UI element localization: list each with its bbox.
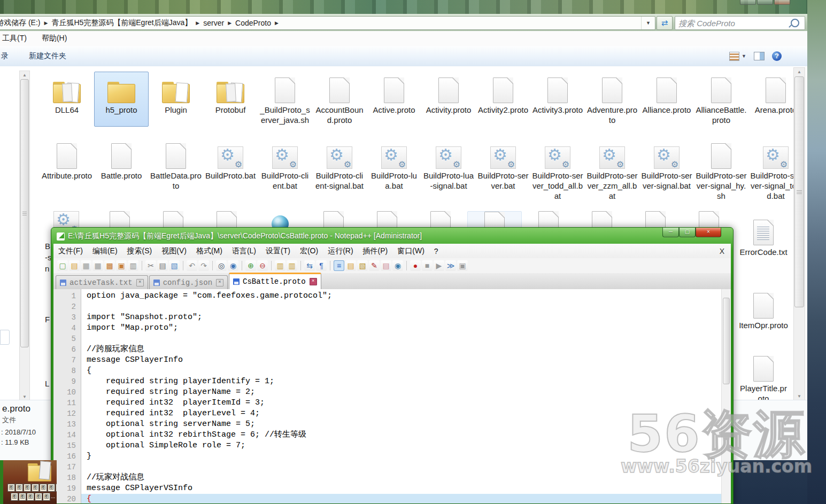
file-item[interactable]: _BuildProto_server_java.sh [258,72,312,127]
preview-pane-button[interactable] [754,52,765,60]
view-options-button[interactable]: ▼ [729,52,746,61]
help-button[interactable]: ? [772,51,782,61]
word-wrap-icon[interactable]: ⇆ [304,260,315,271]
macro-run-multi-icon[interactable]: ≫ [445,260,456,271]
file-item[interactable]: PlayerTitle.proto [736,350,791,405]
file-item[interactable]: BuildProto-lua-signal.bat [421,137,476,203]
file-item[interactable]: Adventure.proto [585,72,639,127]
file-item[interactable]: BuildProto-client-signal.bat [312,137,367,203]
menu-item[interactable]: 帮助(H) [36,34,72,43]
replace-icon[interactable]: ◉ [228,260,238,271]
tab-CsBattle.proto[interactable]: CsBattle.proto× [229,273,321,289]
desktop-folder-shortcut[interactable]: 图图图图图图图 图图图图图... [0,460,57,504]
navigation-scrollbar[interactable]: ▲ ▼ [19,71,30,401]
file-item[interactable]: BuildProto-server_todd_all.bat [530,137,585,203]
macro-icon[interactable]: ✎ [369,260,380,271]
macro-stop-icon[interactable]: ■ [422,260,433,271]
menu-item[interactable]: 格式(M) [191,246,227,256]
file-item[interactable]: ItemOpr.proto [736,287,791,332]
file-item[interactable]: BuildProto-lua.bat [367,137,421,203]
print-icon[interactable]: ▥ [128,260,138,271]
file-item[interactable]: BuildProto-server-signal.bat [639,137,694,203]
file-item[interactable]: AllianceBattle.proto [694,72,748,127]
doc-monitor-icon[interactable]: ◉ [392,260,403,271]
file-item[interactable]: Attribute.proto [40,137,94,203]
paste-icon[interactable]: ▧ [169,260,180,271]
notepad-close-button[interactable]: × [696,228,721,237]
function-list-icon[interactable]: ▤ [345,260,356,271]
file-item[interactable]: Active.proto [367,72,421,127]
file-item[interactable]: BuildProto-server-signal_hy.sh [694,137,748,203]
notepad-maximize-button[interactable]: ▢ [679,228,696,237]
editor-scrollbar[interactable] [721,289,731,503]
file-item[interactable]: Alliance.proto [639,72,694,127]
breadcrumb-item[interactable]: CodeProto [233,19,273,27]
breadcrumb-dropdown-icon[interactable]: ▼ [641,17,655,29]
tab-close-icon[interactable]: × [310,278,317,285]
zoom-in-icon[interactable]: ⊕ [245,260,256,271]
file-item[interactable]: Protobuf [203,72,258,127]
burn-button-partial[interactable]: 录 [1,51,9,61]
open-file-icon[interactable]: ▤ [69,260,80,271]
macro-save-icon[interactable]: ▣ [457,260,468,271]
file-item[interactable]: AccountBound.proto [312,72,367,127]
file-item[interactable]: Activity.proto [421,72,476,127]
macro-record-icon[interactable]: ● [410,260,421,271]
macro-play-icon[interactable]: ▶ [434,260,444,271]
notepad-titlebar[interactable]: E:\青丘狐H5完整源码【前端Egret后端Java】\server\CodeP… [53,229,731,244]
file-item[interactable]: BuildProto.bat [203,137,258,203]
breadcrumb[interactable]: 游戏储存 (E:)▶青丘狐H5完整源码【前端Egret后端Java】▶serve… [0,16,655,30]
menu-item[interactable]: 语言(L) [227,246,261,256]
find-icon[interactable]: ◎ [216,260,227,271]
new-folder-button[interactable]: 新建文件夹 [29,51,66,61]
copy-icon[interactable]: ▤ [157,260,168,271]
breadcrumb-item[interactable]: server [201,19,226,27]
file-item[interactable]: Plugin [149,72,203,127]
doc-map-icon[interactable]: ▧ [357,260,368,271]
show-all-chars-icon[interactable]: ¶ [316,260,327,271]
scroll-down-icon[interactable]: ▼ [794,392,805,400]
file-item[interactable]: BuildProto-server.bat [476,137,530,203]
close-file-icon[interactable]: ▣ [116,260,127,271]
file-item[interactable]: Activity3.proto [530,72,585,127]
menu-item[interactable]: 视图(V) [157,246,191,256]
menu-item[interactable]: 运行(R) [323,246,358,256]
sync-horizontal-icon[interactable]: ▥ [287,260,297,271]
search-input[interactable] [675,19,791,28]
file-item[interactable]: BattleData.proto [149,137,203,203]
menu-item[interactable]: 编辑(E) [88,246,122,256]
file-list-scrollbar[interactable]: ▲ ▼ [793,67,805,401]
menu-item[interactable]: ? [429,247,443,255]
save-as-icon[interactable]: ▦ [92,260,103,271]
menu-item[interactable]: 文件(F) [53,246,88,256]
indent-guide-icon[interactable]: ≡ [334,260,344,271]
refresh-button[interactable]: ⇄ [657,16,673,30]
new-file-icon[interactable]: ▢ [57,260,68,271]
menu-item[interactable]: 窗口(W) [392,246,429,256]
save-icon[interactable]: ▦ [81,260,91,271]
tab-close-icon[interactable]: × [216,279,223,286]
file-item[interactable]: BuildProto-client.bat [258,137,312,203]
code-editor[interactable]: 1option java_package = "com.feefoxes.gam… [53,289,731,503]
menu-item[interactable]: 插件(P) [358,246,393,256]
file-item[interactable]: Battle.proto [94,137,149,203]
undo-icon[interactable]: ↶ [187,260,197,271]
tab-config.json[interactable]: config.json× [149,275,228,289]
file-item[interactable]: BuildProto-server_zzm_all.bat [585,137,639,203]
file-item[interactable]: Activity2.proto [476,72,530,127]
menu-item[interactable]: 宏(O) [295,246,323,256]
tab-close-icon[interactable]: × [136,279,144,286]
tab-activeTask.txt[interactable]: activeTask.txt× [56,275,148,289]
menu-item[interactable]: 设置(T) [261,246,295,256]
sync-vertical-icon[interactable]: ▥ [275,260,285,271]
zoom-out-icon[interactable]: ⊖ [257,260,268,271]
menu-item[interactable]: 工具(T) [0,34,32,43]
menu-item[interactable]: 搜索(S) [122,246,157,256]
breadcrumb-item[interactable]: 游戏储存 (E:) [0,18,42,28]
notepad-minimize-button[interactable]: ─ [662,228,679,237]
save-all-icon[interactable]: ▩ [104,260,115,271]
close-document-button[interactable]: X [713,247,731,255]
folder-workspace-icon[interactable]: ▤ [381,260,391,271]
redo-icon[interactable]: ↷ [198,260,209,271]
file-item[interactable]: ErrorCode.txt [736,214,791,259]
